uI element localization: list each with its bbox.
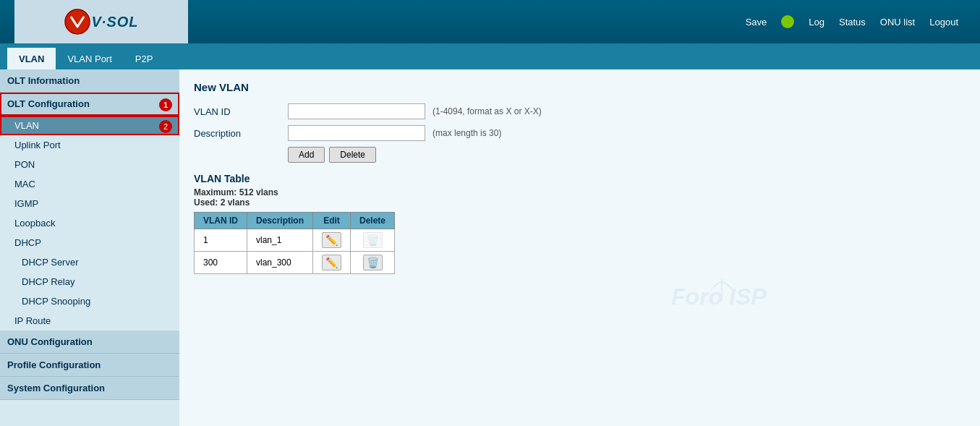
table-row: 1 vlan_1 <box>195 229 395 252</box>
description-input[interactable] <box>288 125 425 141</box>
tab-p2p[interactable]: P2P <box>124 48 165 69</box>
sidebar-item-dhcp[interactable]: DHCP <box>0 233 179 252</box>
sidebar-item-dhcp-server[interactable]: DHCP Server <box>0 252 179 272</box>
content-area: New VLAN VLAN ID (1-4094, format as X or… <box>179 69 980 426</box>
olt-config-badge: 1 <box>159 98 172 111</box>
vlan-max-label: Maximum: 512 vlans Used: 2 vlans <box>194 187 966 208</box>
vlan-id-label: VLAN ID <box>194 106 281 117</box>
vlan-id-input[interactable] <box>288 103 425 119</box>
form-buttons: Add Delete <box>288 147 966 163</box>
logo-area: V·SOL <box>14 0 188 43</box>
sidebar-section-label: Profile Configuration <box>7 359 101 370</box>
vlan-table-title: VLAN Table <box>194 173 966 184</box>
sidebar-section-label: OLT Configuration <box>7 98 90 109</box>
delete-icon <box>367 235 379 246</box>
table-row: 300 vlan_300 <box>195 252 395 274</box>
main-layout: OLT Information OLT Configuration 1 VLAN… <box>0 69 980 426</box>
edit-cell <box>313 229 351 252</box>
logout-button[interactable]: Logout <box>929 17 958 27</box>
sidebar-item-ip-route[interactable]: IP Route <box>0 311 179 331</box>
sidebar-section-label: System Configuration <box>7 383 105 393</box>
delete-icon <box>367 257 379 268</box>
vlan-id-hint: (1-4094, format as X or X-X) <box>433 106 542 116</box>
vlan-id-row: VLAN ID (1-4094, format as X or X-X) <box>194 103 966 119</box>
delete-cell <box>351 229 395 252</box>
edit-row-2-button[interactable] <box>322 255 341 270</box>
sidebar-item-mac[interactable]: MAC <box>0 174 179 194</box>
tab-bar: VLAN VLAN Port P2P <box>0 43 980 69</box>
foroisp-watermark: Foro ISP <box>671 272 816 320</box>
tab-vlan[interactable]: VLAN <box>7 48 56 69</box>
delete-row-1-button[interactable] <box>363 232 383 248</box>
svg-text:ISP: ISP <box>729 284 767 310</box>
log-button[interactable]: Log <box>809 17 825 27</box>
vlan-table: VLAN ID Description Edit Delete 1 vlan_1 <box>194 212 395 274</box>
sidebar-item-dhcp-relay[interactable]: DHCP Relay <box>0 272 179 291</box>
col-vlan-id: VLAN ID <box>195 213 247 229</box>
vsol-logo-icon <box>64 8 91 35</box>
vlan-badge: 2 <box>159 120 172 133</box>
edit-cell <box>313 252 351 274</box>
header-actions: Save Log Status ONU list Logout <box>188 15 966 28</box>
tab-vlan-port[interactable]: VLAN Port <box>56 48 123 69</box>
description-label: Description <box>194 128 281 139</box>
sidebar-item-olt-information[interactable]: OLT Information <box>0 69 179 93</box>
status-button[interactable]: Status <box>839 17 866 27</box>
edit-icon <box>325 235 338 246</box>
new-vlan-title: New VLAN <box>194 81 966 93</box>
sidebar-item-dhcp-snooping[interactable]: DHCP Snooping <box>0 291 179 311</box>
description-hint: (max length is 30) <box>433 128 501 138</box>
sidebar-section-label: ONU Configuration <box>7 336 93 347</box>
svg-text:Foro: Foro <box>671 284 723 310</box>
sidebar-item-system-configuration[interactable]: System Configuration <box>0 377 179 400</box>
onu-list-button[interactable]: ONU list <box>880 17 915 27</box>
delete-button[interactable]: Delete <box>329 147 376 163</box>
description-row: Description (max length is 30) <box>194 125 966 141</box>
header: V·SOL Save Log Status ONU list Logout <box>0 0 980 43</box>
svg-point-0 <box>65 9 90 34</box>
status-dot <box>781 15 794 28</box>
sidebar-item-olt-configuration[interactable]: OLT Configuration 1 <box>0 93 179 116</box>
save-button[interactable]: Save <box>746 17 767 27</box>
col-delete: Delete <box>351 213 395 229</box>
sidebar-item-igmp[interactable]: IGMP <box>0 194 179 213</box>
sidebar-item-onu-configuration[interactable]: ONU Configuration <box>0 331 179 354</box>
edit-row-1-button[interactable] <box>322 232 341 248</box>
description-cell: vlan_1 <box>247 229 313 252</box>
vlan-id-cell: 1 <box>195 229 247 252</box>
description-cell: vlan_300 <box>247 252 313 274</box>
sidebar-item-vlan[interactable]: VLAN 2 <box>0 116 179 135</box>
edit-icon <box>325 257 338 268</box>
sidebar-item-uplink-port[interactable]: Uplink Port <box>0 135 179 155</box>
sidebar-item-pon[interactable]: PON <box>0 155 179 174</box>
sidebar-item-profile-configuration[interactable]: Profile Configuration <box>0 354 179 377</box>
add-button[interactable]: Add <box>288 147 325 163</box>
sidebar-item-loopback[interactable]: Loopback <box>0 213 179 233</box>
delete-row-2-button[interactable] <box>363 255 383 270</box>
delete-cell <box>351 252 395 274</box>
sidebar: OLT Information OLT Configuration 1 VLAN… <box>0 69 179 426</box>
vlan-id-cell: 300 <box>195 252 247 274</box>
col-description: Description <box>247 213 313 229</box>
col-edit: Edit <box>313 213 351 229</box>
sidebar-section-label: OLT Information <box>7 75 80 86</box>
